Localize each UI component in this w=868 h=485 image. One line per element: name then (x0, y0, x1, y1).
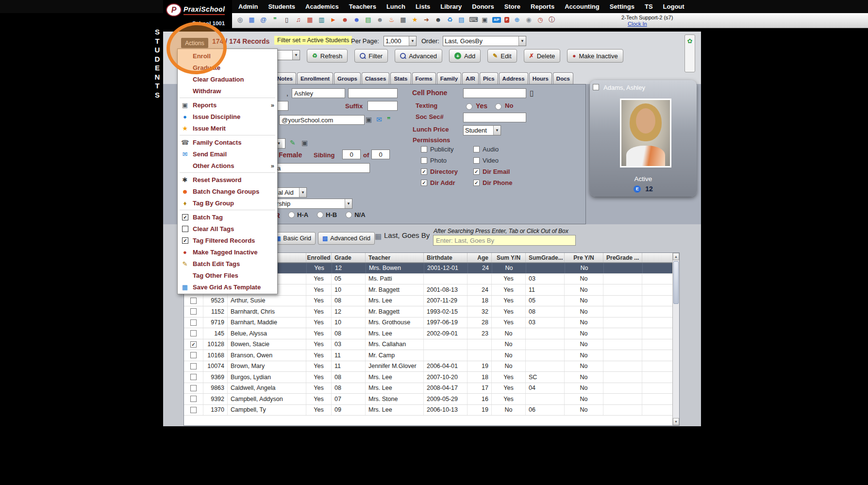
enrollment-badge-icon[interactable]: E (634, 185, 641, 193)
exit-icon[interactable]: ➜ (422, 16, 431, 24)
header-cell-sum_yn[interactable]: Sum Y/N (492, 253, 526, 262)
tab-classes[interactable]: Classes (362, 72, 389, 84)
chat-icon[interactable]: ❞ (387, 116, 391, 123)
row-checkbox[interactable] (190, 330, 197, 336)
table-row[interactable]: 1370Campbell, TyYes09Mrs. Lee2006-10-131… (184, 405, 673, 416)
table-row[interactable]: 10168Branson, OwenYes11Mr. CampNoNo (184, 350, 673, 361)
mobile-icon[interactable]: ▯ (283, 16, 291, 24)
scrollbar-thumb[interactable] (673, 261, 679, 304)
disc-icon[interactable]: ◉ (524, 16, 533, 24)
scroll-down-icon[interactable]: ▼ (673, 418, 679, 425)
row-checkbox[interactable] (190, 396, 197, 402)
delete-button[interactable]: ✗Delete (524, 49, 561, 63)
calculator-icon[interactable]: ▦ (399, 16, 407, 24)
scholarship-select[interactable]: rship▼ (275, 199, 352, 209)
menu-item-reports[interactable]: ▣Reports» (178, 99, 277, 111)
menu-item-clear-graduation[interactable]: Clear Graduation (178, 73, 277, 85)
advanced-grid-button[interactable]: ▧ Advanced Grid (318, 232, 375, 245)
tab-a-r[interactable]: A/R (462, 72, 479, 84)
table-row[interactable]: ✓10128Bowen, StacieYes03Mrs. CallahanNoN… (184, 339, 673, 351)
tab-forms[interactable]: Forms (412, 72, 436, 84)
menu-item-issue-discipline[interactable]: ●Issue Discipline (178, 111, 277, 122)
middle-name-input[interactable] (348, 88, 398, 98)
menu-item-issue-merit[interactable]: ★Issue Merit (178, 122, 277, 134)
note-green-icon[interactable]: ▤ (364, 16, 372, 24)
tab-groups[interactable]: Groups (334, 72, 361, 84)
tab-enrollment[interactable]: Enrollment (297, 72, 333, 84)
clock-in-link[interactable]: Clock In (628, 21, 647, 27)
tab-pics[interactable]: Pics (480, 72, 498, 84)
nav-item-teachers[interactable]: Teachers (349, 3, 376, 10)
row-checkbox[interactable] (190, 319, 197, 326)
menu-item-send-email[interactable]: ✉Send Email (178, 148, 277, 160)
nav-item-donors[interactable]: Donors (472, 3, 494, 10)
header-cell-age[interactable]: Age (467, 253, 492, 262)
table-row[interactable]: 10074Brown, MaryYes11Jennifer M.Glover20… (184, 361, 673, 372)
row-checkbox[interactable] (190, 298, 197, 304)
tab-family[interactable]: Family (437, 72, 461, 84)
financial-aid-select[interactable]: ial Aid▼ (275, 187, 307, 198)
table-row[interactable]: 1152Barnhardt, ChrisYes12Mr. Baggett1993… (184, 306, 673, 318)
printer-icon[interactable]: ▣ (481, 16, 489, 24)
checkbox-publicity[interactable] (421, 146, 427, 152)
first-name-input[interactable] (292, 88, 345, 98)
email-at-icon[interactable]: @ (259, 16, 267, 24)
lunch-icon[interactable]: ♨ (387, 16, 396, 24)
chat-icon[interactable]: ❞ (271, 16, 279, 24)
nav-item-accounting[interactable]: Accounting (565, 3, 600, 10)
medal-icon[interactable]: ★ (411, 16, 419, 24)
nav-item-lunch[interactable]: Lunch (386, 3, 405, 10)
checkbox-audio[interactable] (473, 146, 480, 152)
h-option-h-b[interactable]: H-B (317, 211, 337, 218)
texting-yes-radio[interactable] (466, 103, 472, 110)
menu-item-withdraw[interactable]: Withdraw (178, 85, 277, 97)
header-cell-birthdate[interactable]: Birthdate (424, 253, 467, 262)
header-cell-filler[interactable] (642, 253, 673, 262)
table-row[interactable]: 9523Arthur, SusieYes08Mrs. Lee2007-11-29… (184, 296, 673, 307)
person-dark-icon[interactable]: ☻ (434, 16, 442, 24)
header-cell-pregrade[interactable]: PreGrade ... (603, 253, 642, 262)
order-select[interactable]: Last, GoesBy▼ (443, 36, 526, 46)
actions-menu-button[interactable]: Actions (181, 38, 208, 48)
globe-icon[interactable]: ⊕ (513, 16, 521, 24)
header-cell-pre_yn[interactable]: Pre Y/N (565, 253, 603, 262)
megaphone-icon[interactable]: ► (329, 16, 337, 24)
cell-phone-input[interactable] (463, 88, 526, 98)
lunch-price-select[interactable]: Student▼ (463, 125, 501, 135)
checkbox-dir-addr[interactable]: ✓ (421, 180, 427, 186)
print-email-icon[interactable]: ▣ (366, 116, 372, 123)
nav-item-lists[interactable]: Lists (416, 3, 430, 10)
radio-icon[interactable] (346, 212, 352, 218)
make-inactive-button[interactable]: ●Make Inactive (567, 49, 623, 63)
nav-item-academics[interactable]: Academics (305, 3, 339, 10)
people-group-icon[interactable]: ☻ (376, 16, 384, 24)
tab-address[interactable]: Address (499, 72, 528, 84)
checkbox-photo[interactable] (421, 157, 427, 164)
menu-item-save-grid-as-template[interactable]: ▦Save Grid As Template (178, 281, 277, 293)
sync-icon[interactable]: ♻ (446, 16, 454, 24)
table-row[interactable]: 9719Barnhart, MaddieYes10Mrs. Grothouse1… (184, 318, 673, 329)
sibling-count-input[interactable] (342, 150, 361, 159)
tab-hours[interactable]: Hours (529, 72, 552, 84)
advanced-button[interactable]: Advanced (395, 49, 442, 63)
menu-item-tag-filtered-records[interactable]: ✓Tag Filtered Records (178, 234, 277, 246)
filter-button[interactable]: Filter (354, 49, 388, 63)
nav-item-store[interactable]: Store (504, 3, 520, 10)
table-row[interactable]: 145Belue, AlyssaYes08Mrs. Lee2002-09-012… (184, 328, 673, 339)
ap-badge-icon[interactable]: A/P (492, 17, 501, 23)
tab-stats[interactable]: Stats (390, 72, 411, 84)
menu-item-other-actions[interactable]: Other Actions» (178, 160, 277, 171)
side-panel-flag[interactable]: ✿ (684, 34, 695, 72)
menu-item-tag-by-group[interactable]: ♦Tag By Group (178, 197, 277, 209)
sibling-total-input[interactable] (371, 150, 390, 159)
search-icon[interactable]: ◎ (236, 16, 244, 24)
menu-item-make-tagged-inactive[interactable]: ●Make Tagged Inactive (178, 246, 277, 258)
speaker-icon[interactable]: ♫ (294, 16, 302, 24)
table-row[interactable]: 9863Caldwell, AngelaYes08Mrs. Lee2008-04… (184, 383, 673, 394)
row-checkbox[interactable] (190, 308, 197, 315)
calendar-grid-icon[interactable]: ▦ (248, 16, 256, 24)
edit-icon[interactable]: ✎ (290, 139, 296, 147)
menu-item-graduate[interactable]: Graduate (178, 62, 277, 73)
email-input[interactable] (279, 115, 365, 125)
menu-item-batch-edit-tags[interactable]: ✎Batch Edit Tags (178, 258, 277, 269)
